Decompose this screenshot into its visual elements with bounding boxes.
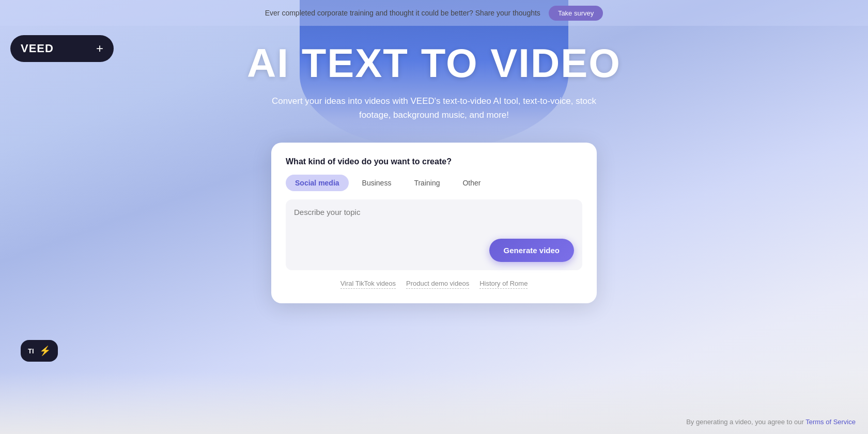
topic-area: Generate video <box>286 199 582 270</box>
tab-other[interactable]: Other <box>453 175 490 191</box>
announcement-bar: Ever completed corporate training and th… <box>0 0 868 26</box>
logo-plus-icon: + <box>96 41 103 56</box>
announcement-text: Ever completed corporate training and th… <box>265 9 540 17</box>
video-create-card: What kind of video do you want to create… <box>271 143 597 303</box>
lightning-icon: ⚡ <box>39 345 51 357</box>
take-survey-button[interactable]: Take survey <box>549 6 603 21</box>
tab-business[interactable]: Business <box>353 175 401 191</box>
topic-input[interactable] <box>294 208 574 239</box>
hero-title: AI TEXT TO VIDEO <box>247 41 621 86</box>
tab-social-media[interactable]: Social media <box>286 175 349 191</box>
tos-link[interactable]: Terms of Service <box>805 418 856 426</box>
example-tiktok[interactable]: Viral TikTok videos <box>340 280 396 289</box>
category-tabs: Social media Business Training Other <box>286 175 582 191</box>
footer-text: By generating a video, you agree to our <box>686 418 805 426</box>
example-chips: Viral TikTok videos Product demo videos … <box>286 280 582 289</box>
logo-pill[interactable]: VEED + <box>10 35 114 62</box>
example-product-demo[interactable]: Product demo videos <box>406 280 469 289</box>
footer: By generating a video, you agree to our … <box>686 418 856 426</box>
ti-badge: TI ⚡ <box>21 340 58 362</box>
hero-subtitle: Convert your ideas into videos with VEED… <box>269 94 599 122</box>
generate-video-button[interactable]: Generate video <box>489 239 574 262</box>
ti-label: TI <box>28 347 34 355</box>
logo-area: VEED + <box>10 35 114 62</box>
example-history-rome[interactable]: History of Rome <box>479 280 528 289</box>
card-question: What kind of video do you want to create… <box>286 157 582 166</box>
logo-text: VEED <box>21 42 54 55</box>
tab-training[interactable]: Training <box>405 175 449 191</box>
main-content: AI TEXT TO VIDEO Convert your ideas into… <box>0 26 868 303</box>
